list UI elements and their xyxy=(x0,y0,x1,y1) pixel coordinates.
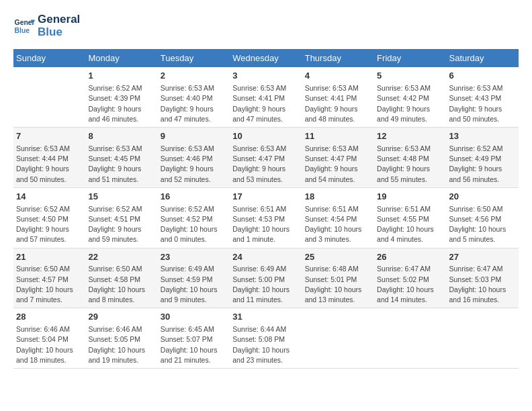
day-number: 8 xyxy=(88,130,154,143)
day-info: Sunrise: 6:48 AM Sunset: 5:01 PM Dayligh… xyxy=(305,264,371,305)
logo-text: General xyxy=(38,13,80,26)
day-number: 14 xyxy=(16,191,83,203)
day-number: 30 xyxy=(161,311,227,324)
day-number: 11 xyxy=(305,130,371,143)
day-info: Sunrise: 6:52 AM Sunset: 4:39 PM Dayligh… xyxy=(88,83,154,124)
calendar-cell: 3Sunrise: 6:53 AM Sunset: 4:41 PM Daylig… xyxy=(230,67,302,127)
day-number: 10 xyxy=(232,130,299,143)
calendar-cell: 28Sunrise: 6:46 AM Sunset: 5:04 PM Dayli… xyxy=(13,308,85,369)
day-number: 4 xyxy=(305,70,371,83)
day-number: 1 xyxy=(88,70,154,83)
calendar-cell: 19Sunrise: 6:51 AM Sunset: 4:55 PM Dayli… xyxy=(374,187,446,248)
day-info: Sunrise: 6:53 AM Sunset: 4:40 PM Dayligh… xyxy=(161,83,227,124)
day-info: Sunrise: 6:52 AM Sunset: 4:51 PM Dayligh… xyxy=(88,204,154,245)
day-number: 23 xyxy=(161,251,227,264)
day-info: Sunrise: 6:51 AM Sunset: 4:54 PM Dayligh… xyxy=(305,204,371,245)
day-number: 29 xyxy=(88,311,154,324)
day-number: 28 xyxy=(16,311,83,324)
calendar-cell: 18Sunrise: 6:51 AM Sunset: 4:54 PM Dayli… xyxy=(302,187,374,248)
calendar-cell xyxy=(302,308,374,369)
day-number: 25 xyxy=(305,251,371,264)
day-info: Sunrise: 6:47 AM Sunset: 5:03 PM Dayligh… xyxy=(449,264,516,305)
header-day: Wednesday xyxy=(230,49,302,67)
day-info: Sunrise: 6:49 AM Sunset: 5:00 PM Dayligh… xyxy=(232,264,299,305)
day-info: Sunrise: 6:46 AM Sunset: 5:04 PM Dayligh… xyxy=(16,324,83,365)
day-info: Sunrise: 6:52 AM Sunset: 4:52 PM Dayligh… xyxy=(161,204,227,245)
logo-icon: General Blue xyxy=(13,15,35,37)
day-info: Sunrise: 6:53 AM Sunset: 4:45 PM Dayligh… xyxy=(88,144,154,185)
day-info: Sunrise: 6:50 AM Sunset: 4:58 PM Dayligh… xyxy=(88,264,154,305)
calendar-cell: 16Sunrise: 6:52 AM Sunset: 4:52 PM Dayli… xyxy=(158,187,230,248)
calendar-cell: 13Sunrise: 6:52 AM Sunset: 4:49 PM Dayli… xyxy=(447,128,519,188)
calendar-cell: 21Sunrise: 6:50 AM Sunset: 4:57 PM Dayli… xyxy=(13,248,85,308)
calendar-cell: 4Sunrise: 6:53 AM Sunset: 4:41 PM Daylig… xyxy=(302,67,374,127)
day-info: Sunrise: 6:52 AM Sunset: 4:50 PM Dayligh… xyxy=(16,204,83,245)
calendar-cell: 26Sunrise: 6:47 AM Sunset: 5:02 PM Dayli… xyxy=(374,248,446,308)
calendar-week-row: 21Sunrise: 6:50 AM Sunset: 4:57 PM Dayli… xyxy=(13,248,519,308)
page-header: General Blue General Blue xyxy=(13,13,519,38)
calendar-cell: 23Sunrise: 6:49 AM Sunset: 4:59 PM Dayli… xyxy=(158,248,230,308)
day-info: Sunrise: 6:53 AM Sunset: 4:47 PM Dayligh… xyxy=(305,144,371,185)
day-number: 9 xyxy=(161,130,227,143)
logo: General Blue General Blue xyxy=(13,13,80,38)
day-info: Sunrise: 6:49 AM Sunset: 4:59 PM Dayligh… xyxy=(161,264,227,305)
calendar-cell: 8Sunrise: 6:53 AM Sunset: 4:45 PM Daylig… xyxy=(85,128,157,188)
calendar-cell: 5Sunrise: 6:53 AM Sunset: 4:42 PM Daylig… xyxy=(374,67,446,127)
calendar-cell: 25Sunrise: 6:48 AM Sunset: 5:01 PM Dayli… xyxy=(302,248,374,308)
calendar-cell: 2Sunrise: 6:53 AM Sunset: 4:40 PM Daylig… xyxy=(158,67,230,127)
day-info: Sunrise: 6:53 AM Sunset: 4:43 PM Dayligh… xyxy=(449,83,516,124)
day-number: 26 xyxy=(377,251,443,264)
calendar-cell: 12Sunrise: 6:53 AM Sunset: 4:48 PM Dayli… xyxy=(374,128,446,188)
day-info: Sunrise: 6:53 AM Sunset: 4:41 PM Dayligh… xyxy=(305,83,371,124)
header-day: Friday xyxy=(374,49,446,67)
calendar-week-row: 1Sunrise: 6:52 AM Sunset: 4:39 PM Daylig… xyxy=(13,67,519,127)
calendar-cell: 31Sunrise: 6:44 AM Sunset: 5:08 PM Dayli… xyxy=(230,308,302,369)
day-info: Sunrise: 6:50 AM Sunset: 4:57 PM Dayligh… xyxy=(16,264,83,305)
calendar-cell xyxy=(374,308,446,369)
day-number: 21 xyxy=(16,251,83,264)
day-number: 31 xyxy=(232,311,299,324)
svg-text:Blue: Blue xyxy=(15,26,30,34)
day-info: Sunrise: 6:46 AM Sunset: 5:05 PM Dayligh… xyxy=(88,324,154,365)
calendar-cell: 24Sunrise: 6:49 AM Sunset: 5:00 PM Dayli… xyxy=(230,248,302,308)
day-number: 22 xyxy=(88,251,154,264)
calendar-cell: 20Sunrise: 6:50 AM Sunset: 4:56 PM Dayli… xyxy=(447,187,519,248)
day-info: Sunrise: 6:50 AM Sunset: 4:56 PM Dayligh… xyxy=(449,204,516,245)
calendar-cell: 29Sunrise: 6:46 AM Sunset: 5:05 PM Dayli… xyxy=(85,308,157,369)
day-number: 5 xyxy=(377,70,443,83)
header-day: Tuesday xyxy=(158,49,230,67)
calendar-week-row: 14Sunrise: 6:52 AM Sunset: 4:50 PM Dayli… xyxy=(13,187,519,248)
calendar-cell: 22Sunrise: 6:50 AM Sunset: 4:58 PM Dayli… xyxy=(85,248,157,308)
calendar-cell: 15Sunrise: 6:52 AM Sunset: 4:51 PM Dayli… xyxy=(85,187,157,248)
calendar-cell: 1Sunrise: 6:52 AM Sunset: 4:39 PM Daylig… xyxy=(85,67,157,127)
day-info: Sunrise: 6:53 AM Sunset: 4:46 PM Dayligh… xyxy=(161,144,227,185)
header-day: Saturday xyxy=(447,49,519,67)
day-info: Sunrise: 6:45 AM Sunset: 5:07 PM Dayligh… xyxy=(161,324,227,365)
day-number: 7 xyxy=(16,130,83,143)
calendar-cell: 17Sunrise: 6:51 AM Sunset: 4:53 PM Dayli… xyxy=(230,187,302,248)
day-number: 15 xyxy=(88,191,154,203)
calendar-table: SundayMondayTuesdayWednesdayThursdayFrid… xyxy=(13,49,519,369)
day-info: Sunrise: 6:53 AM Sunset: 4:42 PM Dayligh… xyxy=(377,83,443,124)
day-number: 20 xyxy=(449,191,516,203)
calendar-cell: 7Sunrise: 6:53 AM Sunset: 4:44 PM Daylig… xyxy=(13,128,85,188)
calendar-week-row: 28Sunrise: 6:46 AM Sunset: 5:04 PM Dayli… xyxy=(13,308,519,369)
calendar-header: SundayMondayTuesdayWednesdayThursdayFrid… xyxy=(13,49,519,67)
calendar-cell: 9Sunrise: 6:53 AM Sunset: 4:46 PM Daylig… xyxy=(158,128,230,188)
day-number: 3 xyxy=(232,70,299,83)
day-number: 16 xyxy=(161,191,227,203)
calendar-cell: 10Sunrise: 6:53 AM Sunset: 4:47 PM Dayli… xyxy=(230,128,302,188)
calendar-cell: 30Sunrise: 6:45 AM Sunset: 5:07 PM Dayli… xyxy=(158,308,230,369)
header-row: SundayMondayTuesdayWednesdayThursdayFrid… xyxy=(13,49,519,67)
day-info: Sunrise: 6:53 AM Sunset: 4:47 PM Dayligh… xyxy=(232,144,299,185)
header-day: Monday xyxy=(85,49,157,67)
logo-text-blue: Blue xyxy=(38,26,80,39)
day-number: 18 xyxy=(305,191,371,203)
day-info: Sunrise: 6:52 AM Sunset: 4:49 PM Dayligh… xyxy=(449,144,516,185)
day-info: Sunrise: 6:53 AM Sunset: 4:48 PM Dayligh… xyxy=(377,144,443,185)
day-info: Sunrise: 6:51 AM Sunset: 4:53 PM Dayligh… xyxy=(232,204,299,245)
calendar-cell: 6Sunrise: 6:53 AM Sunset: 4:43 PM Daylig… xyxy=(447,67,519,127)
day-number: 19 xyxy=(377,191,443,203)
calendar-cell: 14Sunrise: 6:52 AM Sunset: 4:50 PM Dayli… xyxy=(13,187,85,248)
day-info: Sunrise: 6:53 AM Sunset: 4:44 PM Dayligh… xyxy=(16,144,83,185)
